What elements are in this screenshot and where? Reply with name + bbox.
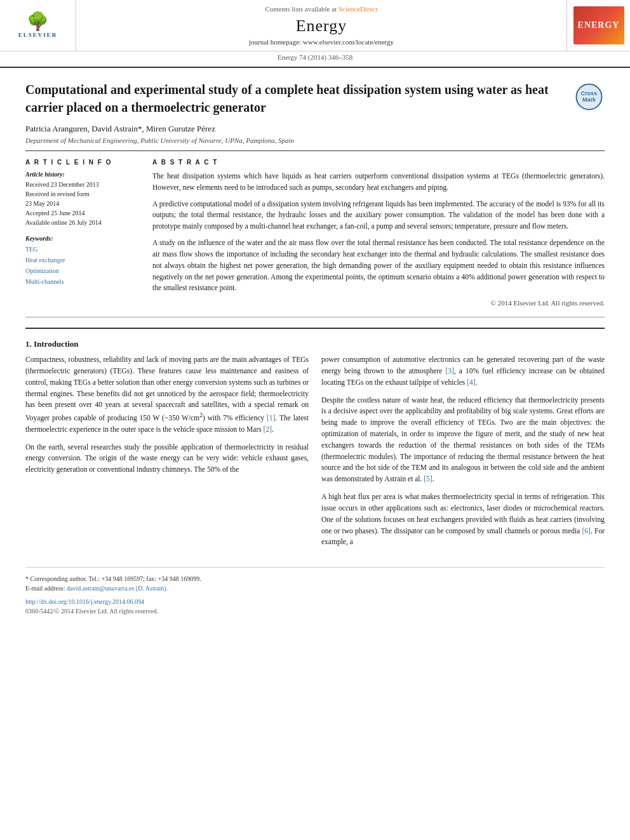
elsevier-logo: 🌳 ELSEVIER: [0, 0, 76, 51]
revised-date: 23 May 2014: [25, 199, 140, 208]
journal-center-info: Contents lists available at ScienceDirec…: [76, 0, 566, 51]
intro-left-para-1: Compactness, robustness, reliability and…: [25, 354, 309, 436]
homepage-url: journal homepage: www.elsevier.com/locat…: [249, 38, 394, 46]
keywords-label: Keywords:: [25, 235, 140, 242]
energy-logo-box: ENERGY: [566, 0, 630, 51]
email-label: E-mail address:: [25, 585, 65, 592]
keyword-optimization[interactable]: Optimization: [25, 265, 140, 276]
sciencedirect-link[interactable]: ScienceDirect: [338, 5, 378, 13]
email-link[interactable]: david.astrain@unavarra.es (D. Astrain).: [67, 585, 168, 592]
article-title-text: Computational and experimental study of …: [25, 81, 560, 144]
abstract-text: The heat dissipation systems which have …: [152, 171, 605, 294]
intro-right-text: power consumption of automotive electron…: [321, 354, 605, 548]
copyright-line: © 2014 Elsevier Ltd. All rights reserved…: [152, 299, 605, 307]
article-title-section: Computational and experimental study of …: [25, 81, 605, 151]
journal-header: 🌳 ELSEVIER Contents lists available at S…: [0, 0, 630, 68]
intro-title: Introduction: [34, 339, 79, 349]
article-history-label: Article history:: [25, 171, 140, 178]
footnote-email: E-mail address: david.astrain@unavarra.e…: [25, 583, 605, 593]
citation-bar: Energy 74 (2014) 346–358: [0, 51, 630, 63]
issn-line: 0360-5442/© 2014 Elsevier Ltd. All right…: [25, 608, 605, 615]
abstract-para-2: A predictive computational model of a di…: [152, 199, 605, 232]
revised-label: Received in revised form: [25, 189, 140, 199]
footer-links: http://dx.doi.org/10.1016/j.energy.2014.…: [25, 598, 605, 615]
article-title: Computational and experimental study of …: [25, 81, 560, 116]
citation-text: Energy 74 (2014) 346–358: [278, 53, 353, 61]
journal-name: Energy: [296, 17, 347, 36]
intro-left-text: Compactness, robustness, reliability and…: [25, 354, 309, 476]
intro-right-para-1: power consumption of automotive electron…: [321, 354, 605, 388]
intro-body: Compactness, robustness, reliability and…: [25, 354, 605, 554]
intro-right-para-3: A high heat flux per area is what makes …: [321, 491, 605, 548]
intro-left-col: Compactness, robustness, reliability and…: [25, 354, 309, 554]
article-authors: Patricia Aranguren, David Astrain*, Mire…: [25, 124, 560, 134]
ref-2[interactable]: [2]: [264, 425, 272, 433]
intro-right-col: power consumption of automotive electron…: [321, 354, 605, 554]
received-date: Received 23 December 2013: [25, 180, 140, 189]
abstract-para-1: The heat dissipation systems which have …: [152, 171, 605, 194]
doi-link[interactable]: http://dx.doi.org/10.1016/j.energy.2014.…: [25, 598, 605, 605]
article-info-col: A R T I C L E I N F O Article history: R…: [25, 159, 140, 307]
keyword-multichannels[interactable]: Multi-channels: [25, 276, 140, 287]
available-date: Available online 26 July 2014: [25, 218, 140, 227]
svg-text:Cross: Cross: [580, 90, 597, 97]
section-divider: [25, 328, 605, 329]
article-footer: * Corresponding author. Tel.: +34 948 16…: [25, 567, 605, 615]
crossmark-badge: Cross Mark: [573, 81, 605, 112]
footnote-star: * Corresponding author. Tel.: +34 948 16…: [25, 574, 605, 583]
journal-top-bar: 🌳 ELSEVIER Contents lists available at S…: [0, 0, 630, 51]
keywords-block: Keywords: TEG Heat exchanger Optimizatio…: [25, 235, 140, 287]
article-content: Computational and experimental study of …: [0, 68, 630, 627]
abstract-label: A B S T R A C T: [152, 159, 605, 166]
ref-6[interactable]: [6]: [582, 527, 591, 535]
intro-heading: 1. Introduction: [25, 339, 605, 349]
homepage-line: journal homepage: www.elsevier.com/locat…: [249, 38, 394, 46]
intro-section: 1. Introduction Compactness, robustness,…: [25, 339, 605, 554]
svg-text:Mark: Mark: [582, 97, 596, 103]
ref-3[interactable]: [3]: [445, 367, 453, 375]
elsevier-brand: ELSEVIER: [18, 32, 58, 38]
ref-1[interactable]: [1]: [267, 414, 275, 422]
intro-right-para-2: Despite the costless nature of waste hea…: [321, 395, 605, 486]
energy-logo-image: ENERGY: [573, 6, 624, 44]
keyword-teg[interactable]: TEG: [25, 244, 140, 255]
keyword-heat-exchanger[interactable]: Heat exchanger: [25, 255, 140, 265]
ref-4[interactable]: [4]: [467, 378, 475, 386]
ref-5[interactable]: [5]: [424, 475, 432, 483]
contents-line: Contents lists available at ScienceDirec…: [265, 5, 377, 13]
elsevier-tree-icon: 🌳: [27, 13, 49, 30]
abstract-col: A B S T R A C T The heat dissipation sys…: [152, 159, 605, 307]
intro-left-para-2: On the earth, several researches study t…: [25, 442, 309, 476]
intro-number: 1.: [25, 339, 32, 349]
accepted-date: Accepted 25 June 2014: [25, 208, 140, 218]
article-affiliation: Department of Mechanical Engineering, Pu…: [25, 137, 560, 144]
article-history: Article history: Received 23 December 20…: [25, 171, 140, 227]
contents-label: Contents lists available at: [265, 5, 337, 13]
article-info-abstract: A R T I C L E I N F O Article history: R…: [25, 159, 605, 317]
article-info-label: A R T I C L E I N F O: [25, 159, 140, 166]
abstract-para-3: A study on the influence of the water an…: [152, 237, 605, 294]
